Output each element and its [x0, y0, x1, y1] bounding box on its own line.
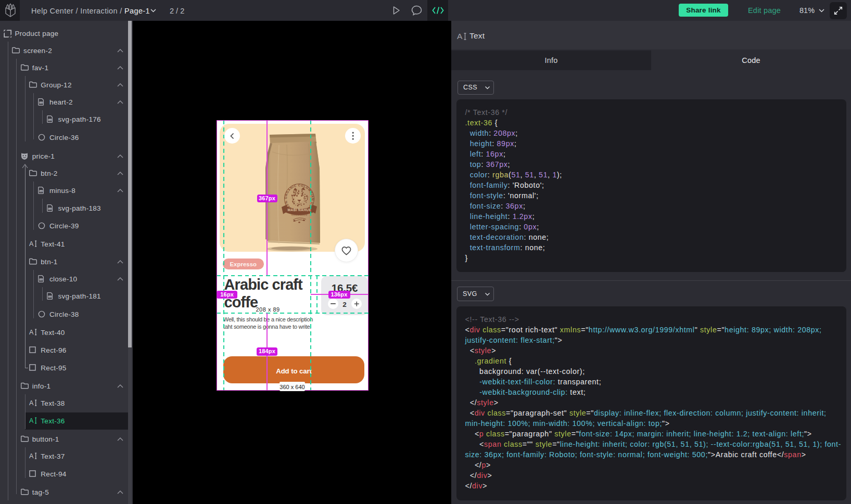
- svg-text:svg: svg: [48, 208, 52, 210]
- svg-text:svg: svg: [48, 296, 52, 298]
- svg-text:svg: svg: [48, 119, 52, 121]
- svg-text:A: A: [457, 32, 463, 41]
- svg-text:A: A: [29, 417, 34, 424]
- svg-text:A: A: [29, 240, 34, 247]
- svg-text:svg: svg: [40, 102, 43, 104]
- svg-text:svg: svg: [40, 279, 43, 281]
- svg-text:A: A: [29, 399, 34, 406]
- svg-text:A: A: [29, 329, 34, 335]
- svg-text:A: A: [29, 453, 34, 459]
- svg-text:svg: svg: [40, 190, 43, 192]
